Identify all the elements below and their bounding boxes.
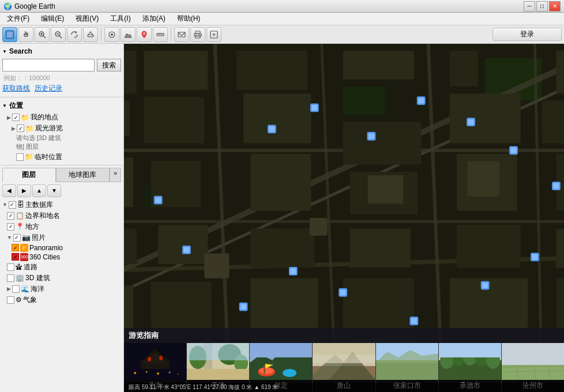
svg-point-152: [283, 369, 296, 377]
toolbar-email[interactable]: [174, 27, 189, 42]
svg-rect-83: [311, 105, 317, 111]
my-places-label: 我的地点: [31, 112, 58, 122]
menu-add[interactable]: 添加(A): [138, 13, 170, 25]
layer-360cities[interactable]: 360 360 Cities: [2, 252, 121, 262]
layer-panoramio-check[interactable]: [12, 244, 19, 251]
svg-rect-43: [343, 51, 414, 79]
menu-help[interactable]: 帮助(H): [172, 13, 205, 25]
temp-folder-icon: 📁: [25, 153, 33, 161]
temp-places-checkbox[interactable]: [16, 153, 24, 161]
toolbar-map-view[interactable]: [2, 27, 17, 42]
layer-ocean-icon: 🌊: [21, 285, 29, 293]
tourism-item[interactable]: ▶ 📁 观光游览: [2, 123, 121, 134]
toolbar-tilt[interactable]: [83, 27, 98, 42]
layer-3d-buildings[interactable]: 🏢 3D 建筑: [2, 273, 121, 284]
layer-main-db-check[interactable]: [9, 201, 16, 209]
svg-rect-81: [269, 126, 275, 132]
history-link[interactable]: 历史记录: [35, 84, 62, 93]
svg-rect-145: [187, 369, 249, 380]
layer-nav-down[interactable]: ▼: [47, 184, 61, 197]
layer-weather[interactable]: ⚙ 气象: [2, 295, 121, 306]
earth-gallery-tab[interactable]: 地球图库: [56, 168, 110, 182]
layer-panoramio[interactable]: P Panoramio: [2, 243, 121, 252]
svg-rect-103: [340, 289, 346, 295]
toolbar-print[interactable]: [190, 27, 205, 42]
layer-main-db[interactable]: ▼ 🗄 主数据库: [2, 199, 121, 210]
layers-tab[interactable]: 图层: [2, 168, 56, 182]
maximize-button[interactable]: □: [536, 1, 548, 12]
my-places-item[interactable]: ▶ 📁 我的地点: [2, 112, 121, 123]
toolbar-layer[interactable]: [104, 27, 119, 42]
search-input[interactable]: [2, 59, 95, 71]
toolbar-place[interactable]: [137, 27, 152, 42]
search-header[interactable]: ▼ Search: [2, 46, 121, 56]
svg-rect-105: [290, 269, 296, 274]
layer-borders[interactable]: 📋 边界和地名: [2, 210, 121, 221]
layer-nav-up[interactable]: ▲: [32, 184, 46, 197]
toolbar-rotate[interactable]: [67, 27, 82, 42]
svg-rect-76: [204, 254, 229, 278]
menu-tools[interactable]: 工具(I): [106, 13, 135, 25]
position-title: 位置: [9, 101, 23, 111]
toolbar-ruler[interactable]: [153, 27, 168, 42]
layer-places[interactable]: 📍 地方: [2, 221, 121, 232]
status-text: 眼高 59.11 千米 43°05'E 117.41°27.00 海拔 0 米 …: [129, 383, 278, 391]
svg-rect-153: [264, 365, 265, 374]
layer-borders-icon: 📋: [16, 212, 24, 220]
toolbar-sep2: [171, 28, 171, 41]
layer-360-check[interactable]: [12, 253, 19, 261]
layers-expand-btn[interactable]: »: [110, 168, 121, 182]
toolbar-hand[interactable]: [18, 27, 33, 42]
layer-places-label: 地方: [25, 222, 39, 232]
svg-rect-45: [556, 51, 564, 93]
layer-roads-check[interactable]: [7, 263, 14, 271]
svg-rect-59: [158, 225, 208, 264]
menu-view[interactable]: 视图(V): [71, 13, 103, 25]
layer-photos-check[interactable]: [13, 234, 21, 242]
minimize-button[interactable]: ─: [524, 1, 535, 12]
my-places-checkbox[interactable]: [12, 114, 20, 121]
get-route-link[interactable]: 获取路线: [2, 84, 30, 93]
svg-point-151: [260, 367, 273, 374]
layer-weather-check[interactable]: [7, 296, 14, 304]
tourism-expand: ▶: [12, 126, 16, 131]
layer-3d-label: 3D 建筑: [25, 273, 50, 283]
layer-nav-back[interactable]: ◀: [2, 184, 16, 197]
panoramio-icon: P: [20, 244, 28, 252]
svg-rect-99: [482, 282, 488, 288]
svg-rect-50: [450, 93, 521, 143]
search-button[interactable]: 搜索: [97, 59, 121, 71]
menu-bar: 文件(F) 编辑(E) 视图(V) 工具(I) 添加(A) 帮助(H): [0, 13, 564, 25]
menu-file[interactable]: 文件(F): [2, 13, 34, 25]
layer-roads[interactable]: 🛣 道路: [2, 262, 121, 273]
layer-ocean[interactable]: ▶ 🌊 海洋: [2, 284, 121, 295]
layer-ocean-check[interactable]: [12, 285, 20, 293]
toolbar-zoom-out[interactable]: [51, 27, 66, 42]
svg-rect-146: [187, 343, 249, 360]
login-button[interactable]: 登录: [492, 28, 562, 41]
svg-rect-52: [124, 157, 133, 207]
toolbar-sep1: [101, 28, 101, 41]
layer-3d-check[interactable]: [7, 274, 14, 282]
layer-borders-check[interactable]: [7, 212, 14, 220]
menu-edit[interactable]: 编辑(E): [36, 13, 69, 25]
toolbar-share[interactable]: [206, 27, 221, 42]
position-header[interactable]: ▼ 位置: [2, 100, 121, 112]
toolbar-terrain[interactable]: [121, 27, 136, 42]
tourism-checkbox[interactable]: [17, 125, 24, 132]
layer-weather-icon: ⚙: [16, 296, 22, 304]
layer-db-icon: 🗄: [17, 201, 24, 209]
layer-photos[interactable]: ▼ 📷 照片: [2, 232, 121, 243]
layer-360-label: 360 Cities: [29, 253, 60, 261]
layer-places-icon: 📍: [16, 223, 24, 231]
svg-rect-65: [151, 282, 212, 328]
layer-roads-icon: 🛣: [16, 263, 22, 271]
layer-main-db-label: 主数据库: [25, 200, 53, 210]
layer-places-check[interactable]: [7, 223, 14, 231]
temp-places-item[interactable]: 📁 临时位置: [2, 152, 121, 163]
toolbar-zoom-in[interactable]: [35, 27, 50, 42]
temp-places-label: 临时位置: [35, 152, 62, 162]
close-button[interactable]: ✕: [549, 1, 561, 12]
map-area[interactable]: N 游览指南: [124, 44, 564, 392]
layer-nav-forward[interactable]: ▶: [17, 184, 31, 197]
